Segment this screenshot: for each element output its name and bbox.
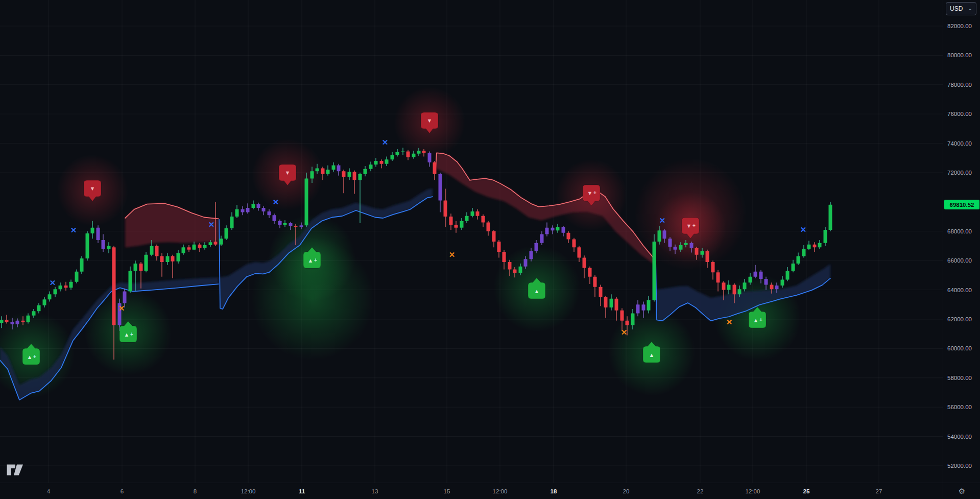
currency-selector-label: USD <box>950 5 963 12</box>
svg-text:+: + <box>130 331 133 337</box>
gear-icon[interactable]: ⚙ <box>959 487 965 496</box>
time-axis-label: 13 <box>372 488 378 494</box>
svg-text:▲: ▲ <box>534 288 540 294</box>
price-axis-label: 58000.00 <box>947 375 972 381</box>
time-axis-label: 12:00 <box>241 488 256 494</box>
x-mark-blue: ✕ <box>70 226 77 234</box>
x-mark-blue: ✕ <box>659 216 666 225</box>
price-axis-label: 54000.00 <box>947 434 972 440</box>
price-axis-label: 56000.00 <box>947 404 972 410</box>
chevron-down-icon: ⌄ <box>968 6 972 11</box>
price-chart[interactable]: ✕✕✕✕✕✕✕✕✕✕✕▲+▲+▲+▲▲▲+▼▼▼▼+▼+ <box>0 0 943 483</box>
last-price-badge: 69810.52 <box>944 200 979 209</box>
tradingview-chart-window: ✕✕✕✕✕✕✕✕✕✕✕▲+▲+▲+▲▲▲+▼▼▼▼+▼+ USD ⌄ 82000… <box>0 0 980 499</box>
price-axis-label: 72000.00 <box>947 170 972 176</box>
x-mark-blue: ✕ <box>50 278 56 287</box>
x-mark-blue: ✕ <box>382 138 389 147</box>
svg-text:▼: ▼ <box>90 185 95 192</box>
x-mark-blue: ✕ <box>208 220 215 229</box>
price-axis-label: 74000.00 <box>947 140 972 147</box>
price-axis[interactable]: USD ⌄ 82000.0080000.0078000.0076000.0074… <box>943 0 980 483</box>
price-axis-label: 52000.00 <box>947 463 972 469</box>
svg-text:+: + <box>314 257 317 263</box>
svg-text:▲: ▲ <box>308 257 314 264</box>
svg-text:+: + <box>33 354 36 360</box>
time-axis-label: 18 <box>551 488 557 494</box>
svg-text:▼: ▼ <box>427 117 433 124</box>
svg-text:▲: ▲ <box>27 354 33 360</box>
svg-text:▼: ▼ <box>587 190 593 196</box>
time-axis-label: 27 <box>876 488 882 494</box>
price-axis-label: 62000.00 <box>947 316 972 322</box>
x-mark-blue: ✕ <box>273 198 279 206</box>
x-mark-orange: ✕ <box>449 250 456 259</box>
time-axis-label: 12:00 <box>493 488 508 494</box>
svg-text:▲: ▲ <box>753 317 759 323</box>
svg-text:+: + <box>759 317 762 323</box>
currency-selector[interactable]: USD ⌄ <box>946 2 976 15</box>
time-axis-label: 15 <box>444 488 450 494</box>
axis-settings-corner: ⚙ <box>943 483 980 499</box>
x-mark-blue: ✕ <box>800 225 807 234</box>
svg-text:▲: ▲ <box>649 352 655 358</box>
tradingview-logo[interactable] <box>6 463 25 479</box>
price-axis-label: 76000.00 <box>947 111 972 117</box>
time-axis[interactable]: 46812:0011131512:0018202212:002527 <box>0 483 943 499</box>
time-axis-label: 4 <box>47 488 50 494</box>
svg-text:+: + <box>692 223 696 228</box>
svg-text:▼: ▼ <box>686 223 692 229</box>
price-axis-label: 68000.00 <box>947 228 972 234</box>
x-mark-orange: ✕ <box>118 304 125 313</box>
time-axis-label: 25 <box>803 488 810 494</box>
time-axis-label: 20 <box>623 488 630 494</box>
x-mark-orange: ✕ <box>726 318 733 326</box>
svg-text:+: + <box>593 190 596 196</box>
price-axis-label: 60000.00 <box>947 345 972 351</box>
time-axis-label: 22 <box>697 488 704 494</box>
price-axis-label: 82000.00 <box>947 23 972 29</box>
svg-text:▲: ▲ <box>124 331 130 338</box>
price-axis-label: 64000.00 <box>947 287 972 293</box>
price-axis-label: 66000.00 <box>947 257 972 264</box>
time-axis-label: 12:00 <box>746 488 760 494</box>
price-axis-label: 80000.00 <box>947 52 972 58</box>
x-mark-orange: ✕ <box>621 328 628 337</box>
time-axis-label: 8 <box>194 488 197 494</box>
time-axis-label: 6 <box>121 488 124 494</box>
price-axis-label: 78000.00 <box>947 82 972 88</box>
time-axis-label: 11 <box>299 488 305 494</box>
svg-text:▼: ▼ <box>285 170 291 176</box>
